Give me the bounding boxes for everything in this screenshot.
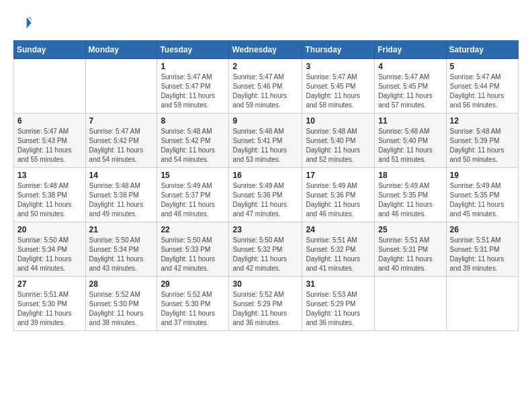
day-number: 30 [232, 279, 298, 289]
day-number: 31 [306, 279, 371, 289]
page: Sunday Monday Tuesday Wednesday Thursday… [0, 0, 532, 338]
day-number: 25 [378, 225, 442, 234]
header-monday: Monday [85, 41, 157, 59]
calendar-cell [14, 59, 86, 113]
calendar-cell: 8Sunrise: 5:48 AMSunset: 5:42 PMDaylight… [157, 113, 229, 168]
header-tuesday: Tuesday [157, 41, 229, 59]
day-info: Sunrise: 5:47 AMSunset: 5:45 PMDaylight:… [378, 73, 442, 110]
calendar-week-5: 27Sunrise: 5:51 AMSunset: 5:30 PMDayligh… [14, 277, 519, 331]
day-info: Sunrise: 5:49 AMSunset: 5:36 PMDaylight:… [232, 181, 298, 219]
calendar-week-3: 13Sunrise: 5:48 AMSunset: 5:38 PMDayligh… [14, 168, 519, 222]
calendar-week-2: 6Sunrise: 5:47 AMSunset: 5:43 PMDaylight… [14, 113, 519, 168]
day-info: Sunrise: 5:47 AMSunset: 5:44 PMDaylight:… [450, 73, 515, 110]
calendar-cell: 12Sunrise: 5:48 AMSunset: 5:39 PMDayligh… [446, 113, 518, 168]
calendar-cell: 31Sunrise: 5:53 AMSunset: 5:29 PMDayligh… [302, 277, 375, 331]
logo-icon [13, 13, 32, 32]
day-info: Sunrise: 5:48 AMSunset: 5:41 PMDaylight:… [232, 127, 298, 165]
day-number: 27 [17, 279, 82, 289]
day-number: 14 [89, 171, 154, 180]
calendar-cell: 1Sunrise: 5:47 AMSunset: 5:47 PMDaylight… [157, 59, 229, 113]
calendar-week-1: 1Sunrise: 5:47 AMSunset: 5:47 PMDaylight… [14, 59, 519, 113]
day-info: Sunrise: 5:49 AMSunset: 5:35 PMDaylight:… [378, 181, 442, 219]
day-info: Sunrise: 5:49 AMSunset: 5:36 PMDaylight:… [306, 181, 371, 219]
header-saturday: Saturday [446, 41, 518, 59]
day-info: Sunrise: 5:48 AMSunset: 5:42 PMDaylight:… [161, 127, 225, 165]
calendar-cell: 22Sunrise: 5:50 AMSunset: 5:33 PMDayligh… [157, 222, 229, 277]
day-number: 21 [89, 225, 154, 234]
calendar-cell: 20Sunrise: 5:50 AMSunset: 5:34 PMDayligh… [14, 222, 86, 277]
calendar-cell: 4Sunrise: 5:47 AMSunset: 5:45 PMDaylight… [375, 59, 446, 113]
day-number: 29 [161, 279, 225, 289]
day-info: Sunrise: 5:50 AMSunset: 5:32 PMDaylight:… [232, 236, 298, 273]
calendar-cell: 11Sunrise: 5:48 AMSunset: 5:40 PMDayligh… [375, 113, 446, 168]
day-number: 10 [306, 116, 371, 126]
calendar-cell: 24Sunrise: 5:51 AMSunset: 5:32 PMDayligh… [302, 222, 375, 277]
calendar-cell: 7Sunrise: 5:47 AMSunset: 5:42 PMDaylight… [85, 113, 157, 168]
day-number: 16 [232, 171, 298, 180]
day-info: Sunrise: 5:51 AMSunset: 5:31 PMDaylight:… [378, 236, 442, 273]
day-info: Sunrise: 5:50 AMSunset: 5:34 PMDaylight:… [17, 236, 82, 273]
header-thursday: Thursday [302, 41, 375, 59]
day-number: 18 [378, 171, 442, 180]
day-info: Sunrise: 5:51 AMSunset: 5:32 PMDaylight:… [306, 236, 371, 273]
calendar-cell: 23Sunrise: 5:50 AMSunset: 5:32 PMDayligh… [229, 222, 302, 277]
logo [13, 13, 35, 32]
day-number: 8 [161, 116, 225, 126]
day-info: Sunrise: 5:52 AMSunset: 5:30 PMDaylight:… [89, 290, 154, 328]
calendar-cell: 26Sunrise: 5:51 AMSunset: 5:31 PMDayligh… [446, 222, 518, 277]
day-info: Sunrise: 5:53 AMSunset: 5:29 PMDaylight:… [306, 290, 371, 328]
day-info: Sunrise: 5:48 AMSunset: 5:38 PMDaylight:… [89, 181, 154, 219]
day-number: 6 [17, 116, 82, 126]
day-info: Sunrise: 5:49 AMSunset: 5:35 PMDaylight:… [450, 181, 515, 219]
day-info: Sunrise: 5:51 AMSunset: 5:30 PMDaylight:… [17, 290, 82, 328]
day-info: Sunrise: 5:47 AMSunset: 5:47 PMDaylight:… [161, 73, 225, 110]
calendar-cell: 29Sunrise: 5:52 AMSunset: 5:30 PMDayligh… [157, 277, 229, 331]
header-wednesday: Wednesday [229, 41, 302, 59]
calendar-cell: 5Sunrise: 5:47 AMSunset: 5:44 PMDaylight… [446, 59, 518, 113]
day-number: 17 [306, 171, 371, 180]
header [13, 13, 519, 32]
day-info: Sunrise: 5:52 AMSunset: 5:30 PMDaylight:… [161, 290, 225, 328]
calendar-week-4: 20Sunrise: 5:50 AMSunset: 5:34 PMDayligh… [14, 222, 519, 277]
weekday-header-row: Sunday Monday Tuesday Wednesday Thursday… [14, 41, 519, 59]
calendar-cell: 30Sunrise: 5:52 AMSunset: 5:29 PMDayligh… [229, 277, 302, 331]
day-number: 5 [450, 62, 515, 71]
day-number: 1 [161, 62, 225, 71]
day-number: 15 [161, 171, 225, 180]
day-info: Sunrise: 5:52 AMSunset: 5:29 PMDaylight:… [232, 290, 298, 328]
header-friday: Friday [375, 41, 446, 59]
calendar-cell: 18Sunrise: 5:49 AMSunset: 5:35 PMDayligh… [375, 168, 446, 222]
day-info: Sunrise: 5:48 AMSunset: 5:40 PMDaylight:… [306, 127, 371, 165]
calendar-cell [375, 277, 446, 331]
day-number: 12 [450, 116, 515, 126]
calendar-cell: 25Sunrise: 5:51 AMSunset: 5:31 PMDayligh… [375, 222, 446, 277]
day-number: 22 [161, 225, 225, 234]
day-number: 20 [17, 225, 82, 234]
calendar-cell: 19Sunrise: 5:49 AMSunset: 5:35 PMDayligh… [446, 168, 518, 222]
day-info: Sunrise: 5:47 AMSunset: 5:45 PMDaylight:… [306, 73, 371, 110]
day-info: Sunrise: 5:47 AMSunset: 5:43 PMDaylight:… [17, 127, 82, 165]
day-number: 13 [17, 171, 82, 180]
calendar-cell: 17Sunrise: 5:49 AMSunset: 5:36 PMDayligh… [302, 168, 375, 222]
day-number: 26 [450, 225, 515, 234]
day-info: Sunrise: 5:50 AMSunset: 5:34 PMDaylight:… [89, 236, 154, 273]
calendar-cell: 28Sunrise: 5:52 AMSunset: 5:30 PMDayligh… [85, 277, 157, 331]
calendar-cell: 3Sunrise: 5:47 AMSunset: 5:45 PMDaylight… [302, 59, 375, 113]
calendar-cell: 6Sunrise: 5:47 AMSunset: 5:43 PMDaylight… [14, 113, 86, 168]
day-number: 7 [89, 116, 154, 126]
calendar-cell: 14Sunrise: 5:48 AMSunset: 5:38 PMDayligh… [85, 168, 157, 222]
day-info: Sunrise: 5:48 AMSunset: 5:40 PMDaylight:… [378, 127, 442, 165]
calendar-cell: 21Sunrise: 5:50 AMSunset: 5:34 PMDayligh… [85, 222, 157, 277]
day-info: Sunrise: 5:47 AMSunset: 5:46 PMDaylight:… [232, 73, 298, 110]
day-number: 19 [450, 171, 515, 180]
day-info: Sunrise: 5:48 AMSunset: 5:39 PMDaylight:… [450, 127, 515, 165]
header-sunday: Sunday [14, 41, 86, 59]
day-number: 9 [232, 116, 298, 126]
day-info: Sunrise: 5:48 AMSunset: 5:38 PMDaylight:… [17, 181, 82, 219]
day-info: Sunrise: 5:49 AMSunset: 5:37 PMDaylight:… [161, 181, 225, 219]
day-number: 3 [306, 62, 371, 71]
day-number: 28 [89, 279, 154, 289]
calendar-cell: 10Sunrise: 5:48 AMSunset: 5:40 PMDayligh… [302, 113, 375, 168]
calendar-cell: 2Sunrise: 5:47 AMSunset: 5:46 PMDaylight… [229, 59, 302, 113]
day-number: 2 [232, 62, 298, 71]
